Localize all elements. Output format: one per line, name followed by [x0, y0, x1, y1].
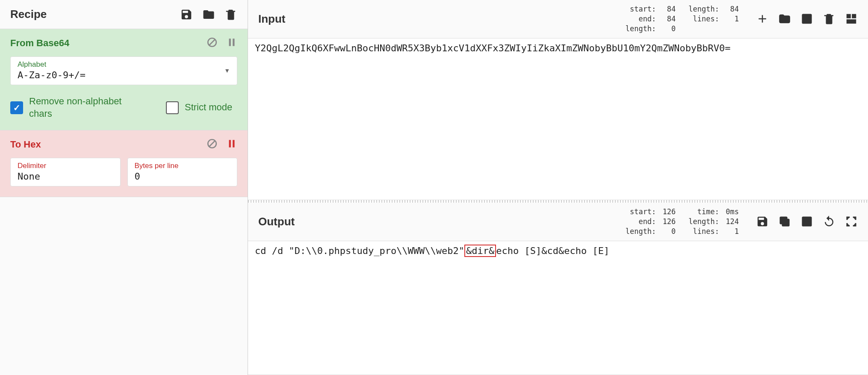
field-value: 0	[135, 171, 179, 182]
stat-value: 126	[660, 207, 676, 217]
svg-line-5	[210, 141, 215, 147]
stat-label: start:	[626, 4, 656, 14]
open-file-icon[interactable]	[800, 12, 813, 25]
stat-label: length:	[626, 227, 656, 236]
add-tab-icon[interactable]	[756, 12, 769, 25]
undo-icon[interactable]	[823, 215, 836, 228]
toggle-layout-icon[interactable]	[845, 12, 858, 25]
recipe-panel: Recipe From Base64	[0, 0, 248, 375]
save-recipe-icon[interactable]	[180, 8, 193, 21]
load-recipe-icon[interactable]	[202, 8, 215, 21]
stat-label: time:	[689, 207, 719, 217]
stat-value: 1	[723, 14, 739, 24]
field-value: None	[18, 171, 46, 182]
svg-rect-3	[233, 38, 234, 46]
copy-output-icon[interactable]	[778, 215, 791, 228]
operation-to-hex[interactable]: To Hex Delimiter None Bytes per line	[0, 130, 248, 197]
output-stats: start:126 end:126 length:0 time:0ms leng…	[626, 207, 739, 236]
alphabet-select[interactable]: Alphabet A-Za-z0-9+/= ▼	[10, 56, 237, 85]
recipe-title: Recipe	[10, 8, 47, 21]
clear-recipe-icon[interactable]	[224, 8, 237, 21]
output-textarea[interactable]: cd /d "D:\\0.phpstudy_pro\\WWW\\web2"&di…	[248, 241, 868, 375]
operation-from-base64[interactable]: From Base64 Alphabet A-Za-z0-9+/= ▼ Remo…	[0, 29, 248, 130]
operation-title: To Hex	[10, 139, 41, 150]
svg-rect-7	[233, 140, 234, 148]
operation-header: To Hex	[10, 138, 237, 151]
svg-line-1	[210, 40, 215, 45]
save-output-icon[interactable]	[756, 215, 769, 228]
output-section: Output start:126 end:126 length:0 time:0…	[248, 203, 868, 375]
io-panel: Input start:84 end:84 length:0 length:84…	[248, 0, 868, 375]
svg-rect-10	[852, 14, 856, 18]
checkbox-label: Strict mode	[185, 101, 232, 114]
stat-label: length:	[688, 217, 719, 227]
output-highlight: &dir&	[464, 245, 496, 257]
input-toolbar	[756, 12, 858, 25]
move-output-to-input-icon[interactable]	[800, 215, 813, 228]
stat-value: 0	[660, 24, 676, 34]
pause-operation-icon[interactable]	[226, 138, 237, 151]
input-textarea[interactable]: Y2QgL2QgIkQ6XFwwLnBocHN0dWR5X3Byb1xcV1dX…	[248, 38, 868, 200]
output-text-post: echo [S]&cd&echo [E]	[496, 245, 609, 256]
disable-operation-icon[interactable]	[207, 138, 218, 151]
stat-label: lines:	[689, 227, 719, 236]
fullscreen-icon[interactable]	[845, 215, 858, 228]
stat-label: end:	[626, 14, 656, 24]
checkbox-icon	[10, 101, 23, 114]
input-stats: start:84 end:84 length:0 length:84 lines…	[626, 4, 739, 34]
stat-value: 1	[723, 227, 739, 236]
operation-header: From Base64	[10, 37, 237, 50]
field-label: Alphabet	[18, 60, 86, 69]
pause-operation-icon[interactable]	[226, 37, 237, 50]
stat-value: 124	[723, 217, 739, 227]
strict-mode-checkbox[interactable]: Strict mode	[166, 101, 232, 114]
output-header: Output start:126 end:126 length:0 time:0…	[248, 203, 868, 241]
stat-value: 126	[660, 217, 676, 227]
stat-value: 84	[723, 4, 739, 14]
checkbox-icon	[166, 101, 179, 114]
output-title: Output	[258, 215, 295, 228]
stat-label: length:	[626, 24, 656, 34]
field-value: A-Za-z0-9+/=	[18, 70, 86, 80]
stat-value: 84	[660, 14, 676, 24]
stat-label: length:	[688, 4, 719, 14]
input-header: Input start:84 end:84 length:0 length:84…	[248, 0, 868, 38]
chevron-down-icon: ▼	[224, 67, 230, 74]
field-label: Delimiter	[18, 162, 46, 170]
svg-rect-13	[780, 217, 787, 224]
operation-title: From Base64	[10, 38, 69, 49]
field-label: Bytes per line	[135, 162, 179, 170]
checkbox-label: Remove non-alphabet chars	[29, 95, 140, 120]
svg-rect-11	[847, 20, 856, 24]
svg-rect-2	[229, 38, 231, 46]
bytes-per-line-input[interactable]: Bytes per line 0	[127, 158, 238, 186]
clear-input-icon[interactable]	[823, 12, 836, 25]
output-toolbar	[756, 215, 858, 228]
delimiter-select[interactable]: Delimiter None	[10, 158, 121, 186]
svg-rect-6	[229, 140, 231, 148]
open-folder-icon[interactable]	[778, 12, 791, 25]
stat-value: 84	[660, 4, 676, 14]
stat-value: 0	[660, 227, 676, 236]
output-text-pre: cd /d "D:\\0.phpstudy_pro\\WWW\\web2"	[255, 245, 464, 256]
remove-non-alphabet-checkbox[interactable]: Remove non-alphabet chars	[10, 95, 140, 120]
stat-label: end:	[626, 217, 656, 227]
stat-value: 0ms	[723, 207, 739, 217]
input-section: Input start:84 end:84 length:0 length:84…	[248, 0, 868, 200]
disable-operation-icon[interactable]	[207, 37, 218, 50]
recipe-header: Recipe	[0, 0, 248, 29]
svg-rect-9	[847, 14, 851, 18]
stat-label: start:	[626, 207, 656, 217]
stat-label: lines:	[689, 14, 719, 24]
input-title: Input	[258, 12, 286, 26]
recipe-toolbar	[180, 8, 237, 21]
